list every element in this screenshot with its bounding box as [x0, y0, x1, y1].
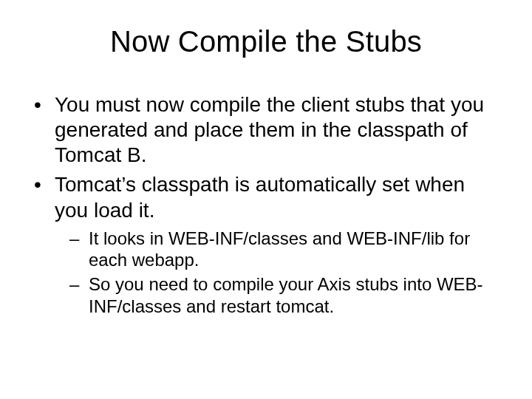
sub-bullet-item: So you need to compile your Axis stubs i… — [69, 273, 502, 317]
bullet-text: Tomcat’s classpath is automatically set … — [55, 173, 465, 221]
bullet-item: Tomcat’s classpath is automatically set … — [30, 172, 502, 222]
slide: Now Compile the Stubs You must now compi… — [0, 0, 532, 399]
bullet-list: You must now compile the client stubs th… — [30, 92, 502, 223]
sub-bullet-text: It looks in WEB-INF/classes and WEB-INF/… — [89, 228, 470, 270]
sub-bullet-text: So you need to compile your Axis stubs i… — [89, 274, 483, 316]
bullet-item: You must now compile the client stubs th… — [30, 92, 502, 168]
bullet-text: You must now compile the client stubs th… — [55, 93, 484, 166]
sub-bullet-item: It looks in WEB-INF/classes and WEB-INF/… — [69, 228, 502, 271]
sub-bullet-list: It looks in WEB-INF/classes and WEB-INF/… — [30, 228, 502, 317]
slide-title: Now Compile the Stubs — [30, 25, 502, 58]
